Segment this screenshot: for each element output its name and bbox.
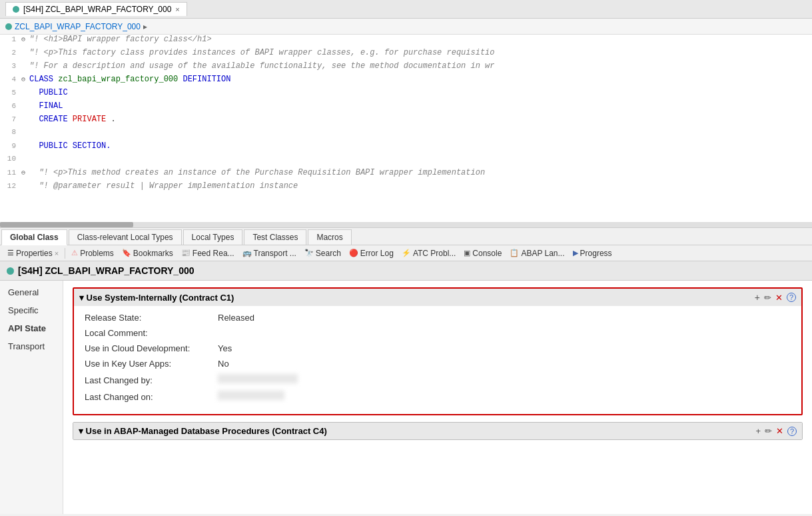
prop-last-changed-by: Last Changed by:	[85, 374, 791, 385]
contract-c4-delete-button[interactable]: ✕	[776, 426, 783, 436]
prop-last-changed-on-value	[218, 391, 284, 400]
tab-local-types[interactable]: Local Types	[183, 229, 243, 245]
tool-transport[interactable]: 🚌 Transport ...	[239, 247, 300, 259]
tool-console[interactable]: ▣ Console	[460, 247, 505, 259]
prop-cloud-dev-label: Use in Cloud Development:	[85, 343, 218, 353]
sidebar-item-transport[interactable]: Transport	[0, 337, 63, 355]
tool-search[interactable]: 🔭 Search	[301, 247, 344, 259]
search-icon: 🔭	[304, 249, 314, 257]
breadcrumb-dot	[5, 23, 12, 30]
prop-key-user-value: No	[218, 359, 229, 369]
contract-c1-box: ▾ Use System-Internally (Contract C1) + …	[73, 287, 803, 415]
code-lines: 1 ⊖ "! <h1>BAPI wrapper factory class</h…	[0, 35, 812, 195]
contract-c1-help-button[interactable]: ?	[787, 293, 796, 302]
code-line-8: 8	[0, 128, 812, 141]
tool-feed[interactable]: 📰 Feed Rea...	[178, 247, 238, 259]
code-line-2: 2 "! <p>This factory class provides inst…	[0, 48, 812, 61]
tool-abap-label: ABAP Lan...	[521, 249, 564, 258]
sidebar: General Specific API State Transport	[0, 281, 63, 514]
code-tabs: Global Class Class-relevant Local Types …	[0, 228, 812, 245]
tool-atc[interactable]: ⚡ ATC Probl...	[398, 247, 459, 259]
scrollbar-thumb[interactable]	[0, 222, 133, 227]
errorlog-icon: 🔴	[349, 249, 358, 257]
contract-c1-header: ▾ Use System-Internally (Contract C1) + …	[74, 289, 801, 306]
code-line-6: 6 FINAL	[0, 101, 812, 115]
prop-last-changed-on-label: Last Changed on:	[85, 392, 218, 402]
prop-local-comment: Local Comment:	[85, 328, 791, 338]
tab-close-button[interactable]: ×	[175, 5, 179, 13]
breadcrumb-label[interactable]: ZCL_BAPI_WRAP_FACTORY_000	[15, 22, 141, 31]
contract-c1-edit-button[interactable]: ✏	[764, 293, 771, 303]
tool-progress-label: Progress	[580, 249, 612, 258]
properties-close-button[interactable]: ×	[55, 249, 59, 257]
sidebar-item-specific[interactable]: Specific	[0, 301, 63, 319]
tab-test-classes[interactable]: Test Classes	[244, 229, 306, 245]
code-line-5: 5 PUBLIC	[0, 88, 812, 101]
tool-progress[interactable]: ▶ Progress	[570, 247, 615, 259]
contract-c1-delete-button[interactable]: ✕	[775, 293, 783, 303]
code-editor[interactable]: 1 ⊖ "! <h1>BAPI wrapper factory class</h…	[0, 35, 812, 228]
main-content: General Specific API State Transport ▾ U…	[0, 281, 812, 514]
progress-icon: ▶	[573, 249, 578, 257]
breadcrumb-arrow: ▸	[143, 22, 147, 31]
contract-c4-title: ▾ Use in ABAP-Managed Database Procedure…	[79, 426, 327, 436]
tool-transport-label: Transport ...	[254, 249, 296, 258]
transport-icon: 🚌	[242, 249, 252, 257]
code-line-3: 3 "! For a description and usage of the …	[0, 61, 812, 75]
contract-c4-help-button[interactable]: ?	[787, 427, 797, 436]
code-line-11: 11 ⊖ "! <p>This method creates an instan…	[0, 168, 812, 181]
console-icon: ▣	[464, 249, 470, 257]
code-line-4: 4 ⊖ CLASS zcl_bapi_wrap_factory_000 DEFI…	[0, 75, 812, 88]
tool-search-label: Search	[316, 249, 341, 258]
tool-properties-label: Properties	[16, 249, 53, 258]
tool-atc-label: ATC Probl...	[413, 249, 456, 258]
tab-label: [S4H] ZCL_BAPI_WRAP_FACTORY_000	[23, 5, 171, 14]
contract-c4-box: ▾ Use in ABAP-Managed Database Procedure…	[73, 422, 803, 440]
abap-icon: 📋	[510, 249, 519, 257]
tool-abap[interactable]: 📋 ABAP Lan...	[506, 247, 568, 259]
tool-bookmarks-label: Bookmarks	[133, 249, 173, 258]
contract-c1-title: ▾ Use System-Internally (Contract C1)	[79, 293, 234, 303]
tab-class-local-types[interactable]: Class-relevant Local Types	[69, 229, 182, 245]
title-bar: [S4H] ZCL_BAPI_WRAP_FACTORY_000 ×	[0, 0, 812, 19]
prop-last-changed-by-value	[218, 374, 298, 383]
tool-problems[interactable]: ⚠ Problems	[68, 247, 117, 259]
prop-cloud-dev-value: Yes	[218, 343, 232, 353]
sidebar-item-api-state[interactable]: API State	[0, 319, 63, 337]
prop-last-changed-by-label: Last Changed by:	[85, 375, 218, 385]
contract-c4-edit-button[interactable]: ✏	[765, 426, 772, 436]
code-line-9: 9 PUBLIC SECTION.	[0, 141, 812, 155]
bookmarks-icon: 🔖	[122, 249, 131, 257]
tool-console-label: Console	[472, 249, 502, 258]
contract-c4-header: ▾ Use in ABAP-Managed Database Procedure…	[73, 423, 802, 439]
tool-feed-label: Feed Rea...	[193, 249, 234, 258]
tab-global-class[interactable]: Global Class	[1, 229, 67, 245]
tool-problems-label: Problems	[80, 249, 114, 258]
properties-icon: ☰	[7, 249, 14, 257]
tool-errorlog[interactable]: 🔴 Error Log	[346, 247, 397, 259]
code-line-12: 12 "! @parameter result | Wrapper implem…	[0, 181, 812, 195]
tool-bookmarks[interactable]: 🔖 Bookmarks	[119, 247, 177, 259]
sidebar-item-general[interactable]: General	[0, 283, 63, 301]
tool-bar: ☰ Properties × ⚠ Problems 🔖 Bookmarks 📰 …	[0, 245, 812, 261]
prop-key-user: Use in Key User Apps: No	[85, 359, 791, 369]
horizontal-scrollbar[interactable]	[0, 222, 812, 227]
section-title-bar: [S4H] ZCL_BAPI_WRAP_FACTORY_000	[0, 261, 812, 281]
tab-macros[interactable]: Macros	[308, 229, 351, 245]
prop-cloud-dev: Use in Cloud Development: Yes	[85, 343, 791, 353]
breadcrumb-bar: ZCL_BAPI_WRAP_FACTORY_000 ▸	[0, 19, 812, 35]
prop-local-comment-label: Local Comment:	[85, 328, 218, 338]
prop-release-state-value: Released	[218, 313, 254, 323]
contract-c1-body: Release State: Released Local Comment: U…	[74, 306, 801, 414]
contract-c1-add-button[interactable]: +	[755, 292, 760, 303]
code-line-10: 10	[0, 155, 812, 168]
separator	[65, 248, 65, 259]
contract-c4-add-button[interactable]: +	[755, 426, 761, 436]
prop-release-state: Release State: Released	[85, 313, 791, 323]
tool-properties[interactable]: ☰ Properties ×	[4, 247, 62, 259]
prop-release-state-label: Release State:	[85, 313, 218, 323]
feed-icon: 📰	[181, 249, 191, 257]
tool-errorlog-label: Error Log	[360, 249, 394, 258]
editor-tab[interactable]: [S4H] ZCL_BAPI_WRAP_FACTORY_000 ×	[5, 2, 187, 16]
prop-last-changed-on: Last Changed on:	[85, 391, 791, 402]
